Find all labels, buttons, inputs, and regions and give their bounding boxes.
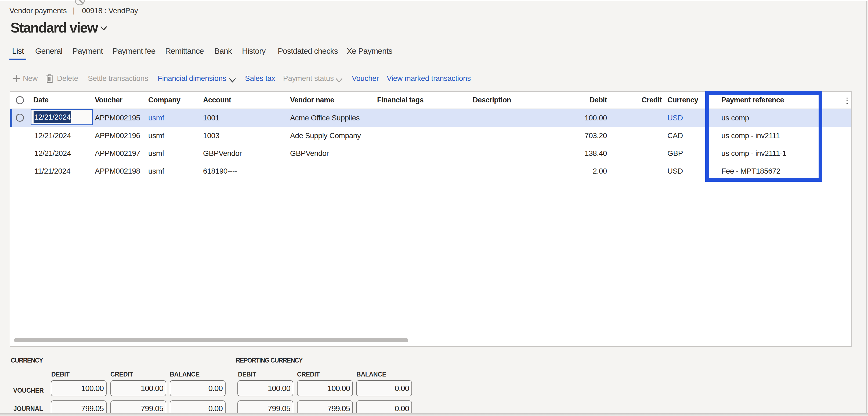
col-header-payment-reference[interactable]: Payment reference [721,92,784,109]
tab-payment[interactable]: Payment [72,47,103,56]
new-button-label: New [23,74,38,83]
currency-voucher-balance: 0.00 [170,380,226,396]
tab-list[interactable]: List [12,47,24,56]
breadcrumb: Vendor payments | 00918 : VendPay [0,6,269,16]
cell-company[interactable]: usmf [148,162,164,180]
tab-label: History [242,47,266,55]
journal-row-label: JOURNAL [13,405,43,413]
cell-currency[interactable]: CAD [668,127,683,145]
cell-company[interactable]: usmf [148,127,164,145]
tab-general[interactable]: General [35,47,62,56]
col-header-description[interactable]: Description [473,92,511,109]
cell-debit[interactable]: 2.00 [553,162,607,180]
plus-icon [12,74,20,85]
cell-company-link[interactable]: usmf [148,109,164,127]
col-header-voucher[interactable]: Voucher [95,92,122,109]
cell-currency[interactable]: GBP [668,145,683,162]
col-header-financial-tags[interactable]: Financial tags [377,92,424,109]
tab-label: Bank [214,47,232,55]
cell-debit[interactable]: 703.20 [553,127,607,145]
view-marked-transactions-button[interactable]: View marked transactions [387,73,471,83]
journal-caption: 00918 : VendPay [82,6,138,15]
cell-payment-reference[interactable]: us comp - inv2111-1 [721,145,786,162]
tab-label: Payment fee [113,47,155,55]
tab-label: Xe Payments [347,47,392,55]
active-tab-underline [9,59,26,60]
currency-section-title: CURRENCY [11,357,43,364]
cell-account[interactable]: GBPVendor [203,145,242,162]
tab-remittance[interactable]: Remittance [165,47,204,56]
tab-bank[interactable]: Bank [214,47,232,56]
cell-account[interactable]: 618190---- [203,162,237,180]
grid-row-3[interactable]: 12/21/2024 APPM002197 usmf GBPVendor GBP… [10,145,851,162]
cell-date[interactable]: 12/21/2024 [34,145,71,162]
select-all-radio[interactable] [16,96,24,104]
reporting-currency-section-title: REPORTING CURRENCY [236,357,302,364]
cell-vendor-name[interactable]: Ade Supply Company [290,127,361,145]
col-header-account[interactable]: Account [203,92,231,109]
grid-row-4[interactable]: 11/21/2024 APPM002198 usmf 618190---- 2.… [10,162,851,180]
voucher-label: Voucher [352,74,379,83]
grid-row-1[interactable]: 12/21/2024 APPM002195 usmf 1001 Acme Off… [10,109,851,127]
cell-voucher[interactable]: APPM002195 [95,109,140,127]
tab-xe-payments[interactable]: Xe Payments [347,47,392,56]
cell-vendor-name[interactable]: GBPVendor [290,145,329,162]
view-selector[interactable]: Standard view [10,21,107,35]
tab-strip: List General Payment Payment fee Remitta… [0,47,457,60]
cell-date[interactable]: 12/21/2024 [34,127,71,145]
grid-row-2[interactable]: 12/21/2024 APPM002196 usmf 1003 Ade Supp… [10,127,851,145]
cell-debit[interactable]: 100.00 [553,109,607,127]
tab-history[interactable]: History [242,47,266,56]
payment-status-button[interactable]: Payment status [283,73,334,83]
tab-label: General [35,47,62,55]
horizontal-scrollbar[interactable] [14,338,408,343]
cell-voucher[interactable]: APPM002196 [95,127,140,145]
cell-payment-reference[interactable]: Fee - MPT185672 [721,162,780,180]
tab-postdated-checks[interactable]: Postdated checks [278,47,338,56]
reporting-voucher-credit: 100.00 [297,380,353,396]
reporting-voucher-balance: 0.00 [356,380,412,396]
trash-icon [46,75,53,85]
date-input[interactable]: 12/21/2024 [31,109,93,125]
chevron-down-icon[interactable] [336,76,342,85]
sales-tax-button[interactable]: Sales tax [245,73,275,83]
delete-button[interactable]: Delete [57,73,78,83]
voucher-button[interactable]: Voucher [352,73,379,83]
cell-date[interactable]: 11/21/2024 [34,162,70,180]
col-header-company[interactable]: Company [148,92,181,109]
cell-currency[interactable]: USD [668,162,683,180]
cell-company[interactable]: usmf [148,145,164,162]
cell-currency-link[interactable]: USD [668,109,683,127]
cell-account[interactable]: 1001 [203,109,219,127]
col-header-date[interactable]: Date [33,92,49,109]
settle-transactions-button[interactable]: Settle transactions [88,73,148,83]
col-header-credit[interactable]: Credit [608,92,662,109]
tab-label: Remittance [165,47,204,55]
grid-options-kebab-icon[interactable] [844,97,850,104]
cell-account[interactable]: 1003 [203,127,219,145]
financial-dimensions-button[interactable]: Financial dimensions [158,73,226,83]
tab-payment-fee[interactable]: Payment fee [113,47,155,56]
currency-voucher-debit: 100.00 [51,380,106,396]
col-header-debit[interactable]: Debit [553,92,607,109]
cell-voucher[interactable]: APPM002198 [95,162,140,180]
cell-payment-reference[interactable]: us comp [721,109,749,127]
right-panel-edge [866,1,867,416]
currency-credit-label: CREDIT [111,371,133,378]
cell-debit[interactable]: 138.40 [553,145,607,162]
sales-tax-label: Sales tax [245,74,275,83]
chevron-down-icon[interactable] [229,76,236,85]
reporting-voucher-debit: 100.00 [238,380,293,396]
row-radio[interactable] [16,114,24,122]
cell-vendor-name[interactable]: Acme Office Supplies [290,109,360,127]
col-header-currency[interactable]: Currency [668,92,698,109]
col-header-vendor-name[interactable]: Vendor name [290,92,334,109]
top-white-band [0,0,868,1]
tab-label: Payment [72,47,103,55]
page-caption: Vendor payments [9,6,67,15]
tab-label: List [12,47,24,55]
cell-payment-reference[interactable]: us comp - inv2111 [721,127,780,145]
reporting-balance-label: BALANCE [356,371,386,378]
cell-voucher[interactable]: APPM002197 [95,145,140,162]
new-button[interactable]: New [23,73,38,83]
